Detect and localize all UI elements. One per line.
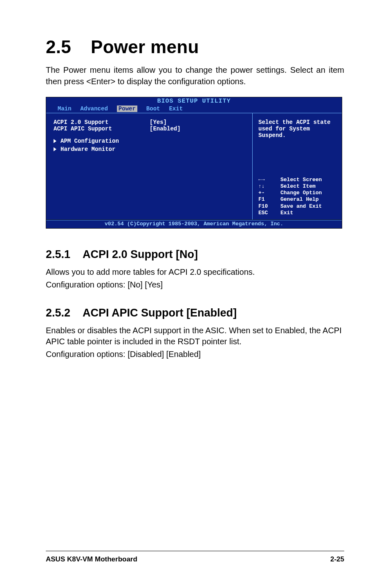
- bios-submenu-label: Hardware Monitor: [61, 146, 115, 153]
- key-desc: Select Item: [280, 183, 316, 190]
- key: ←→: [258, 177, 273, 183]
- bios-item-label: ACPI 2.0 Support: [54, 119, 150, 126]
- subsection-title: ACPI 2.0 Support [No]: [83, 248, 198, 260]
- bios-submenu-hardware-monitor[interactable]: Hardware Monitor: [54, 146, 245, 153]
- section-text: Power menu: [91, 37, 199, 57]
- footer-left: ASUS K8V-VM Motherboard: [46, 555, 137, 563]
- bios-submenu-label: APM Configuration: [61, 138, 119, 144]
- bios-tab-boot[interactable]: Boot: [146, 105, 160, 112]
- subsection-number: 2.5.2: [46, 307, 83, 319]
- subsection-heading: 2.5.2ACPI APIC Support [Enabled]: [46, 307, 344, 319]
- intro-paragraph: The Power menu items allow you to change…: [46, 65, 344, 87]
- bios-item-value: [Enabled]: [150, 126, 181, 132]
- bios-title: BIOS SETUP UTILITY: [46, 97, 342, 105]
- bios-tab-advanced[interactable]: Advanced: [81, 105, 108, 112]
- key-desc: General Help: [280, 196, 319, 203]
- key: F10: [258, 203, 273, 210]
- bios-tab-main[interactable]: Main: [58, 105, 72, 112]
- subsection-number: 2.5.1: [46, 248, 83, 261]
- footer-right: 2-25: [330, 555, 344, 563]
- bios-tab-exit[interactable]: Exit: [169, 105, 183, 112]
- key: ↑↓: [258, 183, 273, 190]
- triangle-icon: [54, 147, 56, 151]
- body-paragraph: Allows you to add more tables for ACPI 2…: [46, 267, 344, 278]
- bios-submenu-apm[interactable]: APM Configuration: [54, 138, 245, 144]
- bios-item-value: [Yes]: [150, 119, 167, 126]
- bios-key-hints: ←→Select Screen ↑↓Select Item +-Change O…: [258, 177, 338, 217]
- subsection-title: ACPI APIC Support [Enabled]: [83, 307, 237, 319]
- key: F1: [258, 196, 273, 203]
- bios-tab-bar: Main Advanced Power Boot Exit: [46, 105, 342, 113]
- bios-right-pane: Select the ACPI state used for System Su…: [253, 113, 342, 220]
- key-desc: Select Screen: [280, 177, 322, 183]
- subsection-heading: 2.5.1ACPI 2.0 Support [No]: [46, 248, 344, 261]
- bios-item-label: ACPI APIC Support: [54, 126, 150, 132]
- bios-left-pane: ACPI 2.0 Support [Yes] ACPI APIC Support…: [46, 113, 253, 220]
- body-paragraph: Enables or disables the ACPI support in …: [46, 325, 344, 347]
- bios-help-line: Suspend.: [258, 132, 338, 139]
- key-desc: Save and Exit: [280, 203, 322, 210]
- key-desc: Exit: [280, 210, 293, 216]
- bios-item-acpiapic[interactable]: ACPI APIC Support [Enabled]: [54, 126, 245, 132]
- body-paragraph: Configuration options: [Disabled] [Enabl…: [46, 349, 344, 360]
- triangle-icon: [54, 139, 56, 143]
- body-paragraph: Configuration options: [No] [Yes]: [46, 279, 344, 290]
- key: +-: [258, 190, 273, 196]
- bios-screenshot: BIOS SETUP UTILITY Main Advanced Power B…: [46, 97, 342, 229]
- key: ESC: [258, 210, 273, 216]
- bios-help-text: Select the ACPI state used for System Su…: [258, 119, 338, 139]
- bios-help-line: Select the ACPI state: [258, 119, 338, 126]
- page-footer: ASUS K8V-VM Motherboard 2-25: [46, 551, 344, 563]
- bios-footer: v02.54 (C)Copyright 1985-2003, American …: [46, 220, 342, 228]
- section-number: 2.5: [46, 37, 91, 57]
- bios-help-line: used for System: [258, 126, 338, 132]
- bios-item-acpi20[interactable]: ACPI 2.0 Support [Yes]: [54, 119, 245, 126]
- page-title: 2.5Power menu: [46, 37, 344, 57]
- key-desc: Change Option: [280, 190, 322, 196]
- bios-tab-power[interactable]: Power: [117, 105, 137, 112]
